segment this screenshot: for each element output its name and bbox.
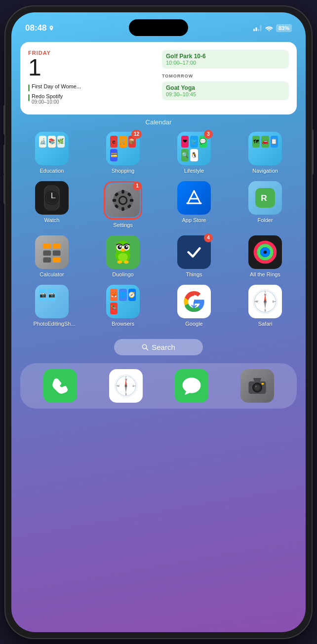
app-shopping[interactable]: e 🛒 📦 💳 12 Shopping bbox=[89, 132, 157, 174]
dock-phone[interactable] bbox=[43, 369, 77, 403]
svg-rect-14 bbox=[121, 207, 124, 210]
svg-point-40 bbox=[119, 246, 121, 247]
calendar-right: Golf Park 10-6 10:00–17:00 TOMORROW Goat… bbox=[162, 50, 289, 107]
app-appstore[interactable]: App Store bbox=[160, 181, 228, 228]
app-safari[interactable]: N S E W Safari bbox=[232, 285, 299, 327]
svg-text:W: W bbox=[256, 300, 258, 303]
search-label: Search bbox=[152, 343, 175, 351]
svg-rect-83 bbox=[261, 383, 264, 384]
app-label: PhotoEditingSh... bbox=[34, 321, 71, 327]
calendar-tomorrow-event: Goat Yoga 09:30–10:45 bbox=[162, 81, 289, 100]
svg-point-45 bbox=[124, 261, 129, 264]
app-label: App Store bbox=[182, 217, 206, 224]
svg-text:E: E bbox=[132, 385, 134, 387]
svg-rect-33 bbox=[53, 257, 61, 263]
app-lifestyle[interactable]: ❤ 🐦 💬 🔍 🐧 3 Lifestyle bbox=[160, 132, 228, 174]
svg-point-4 bbox=[269, 30, 270, 31]
rings-icon bbox=[253, 240, 277, 265]
app-label: Browsers bbox=[112, 321, 134, 327]
calendar-event-2: Redo Spotify 09:00–10:00 bbox=[28, 93, 155, 105]
svg-text:R: R bbox=[261, 193, 267, 203]
dock-safari[interactable]: N S E W bbox=[109, 369, 143, 403]
app-label: Lifestyle bbox=[184, 168, 204, 174]
svg-text:S: S bbox=[264, 308, 266, 311]
calendar-event-1: First Day of Wome... bbox=[28, 83, 155, 91]
settings-badge: 1 bbox=[133, 182, 142, 190]
svg-rect-1 bbox=[255, 27, 257, 31]
app-label: Watch bbox=[44, 217, 60, 224]
app-label: Safari bbox=[258, 321, 273, 327]
svg-line-64 bbox=[146, 348, 148, 350]
things-icon bbox=[183, 241, 205, 263]
svg-point-43 bbox=[118, 253, 128, 262]
app-duolingo[interactable]: Duolingo bbox=[89, 235, 157, 278]
google-icon bbox=[183, 291, 205, 312]
svg-point-49 bbox=[262, 249, 268, 255]
calendar-widget[interactable]: FRIDAY 1 First Day of Wome... Redo Spoti… bbox=[20, 42, 297, 114]
calculator-icon bbox=[41, 241, 63, 263]
phone-screen: 08:48 83% bbox=[11, 12, 306, 632]
svg-point-41 bbox=[126, 246, 127, 247]
svg-text:E: E bbox=[273, 300, 275, 303]
status-icons: 83% bbox=[253, 24, 292, 32]
svg-rect-13 bbox=[121, 190, 124, 193]
wifi-icon bbox=[265, 25, 273, 31]
safari-dock-icon: N S E W bbox=[114, 374, 138, 398]
svg-point-44 bbox=[117, 261, 122, 264]
search-bar[interactable]: Search bbox=[114, 339, 203, 355]
shopping-badge: 12 bbox=[131, 130, 142, 139]
app-label: Duolingo bbox=[112, 271, 133, 278]
svg-rect-31 bbox=[53, 250, 61, 256]
app-label: Settings bbox=[113, 222, 133, 228]
app-settings[interactable]: 1 Settings bbox=[89, 181, 157, 228]
app-google[interactable]: Google bbox=[160, 285, 228, 327]
svg-point-22 bbox=[120, 197, 126, 203]
app-education[interactable]: 🔬 📚 🌿 Education bbox=[18, 132, 85, 174]
app-watch[interactable]: Watch bbox=[18, 181, 85, 228]
signal-icon bbox=[253, 25, 262, 31]
widget-label: Calendar bbox=[11, 118, 306, 126]
app-navigation[interactable]: 🗺 🚗 📋 Navigation bbox=[232, 132, 299, 174]
svg-line-23 bbox=[188, 190, 194, 203]
dock-messages[interactable] bbox=[175, 369, 208, 403]
status-time: 08:48 bbox=[25, 23, 54, 33]
svg-rect-11 bbox=[47, 208, 56, 211]
battery-icon: 83% bbox=[276, 24, 292, 32]
svg-rect-15 bbox=[113, 199, 116, 202]
app-label: Navigation bbox=[252, 168, 278, 174]
app-folder[interactable]: R Folder bbox=[232, 181, 299, 228]
app-label: Calculator bbox=[40, 271, 64, 278]
svg-rect-29 bbox=[53, 243, 61, 249]
settings-gear bbox=[112, 189, 134, 212]
safari-icon: N S E W bbox=[252, 289, 278, 314]
app-photoediting[interactable]: 📷 📷 PhotoEditingSh... bbox=[18, 285, 85, 327]
dock: N S E W bbox=[20, 363, 297, 409]
svg-point-42 bbox=[121, 248, 125, 252]
svg-rect-30 bbox=[43, 250, 51, 256]
dynamic-island bbox=[129, 19, 188, 36]
svg-point-82 bbox=[255, 385, 256, 387]
svg-rect-0 bbox=[253, 29, 255, 31]
phone-frame: 08:48 83% bbox=[5, 6, 312, 638]
app-things[interactable]: 4 Things bbox=[160, 235, 228, 278]
calendar-right-event-1: Golf Park 10-6 10:00–17:00 bbox=[162, 50, 289, 69]
app-rings[interactable]: All the Rings bbox=[232, 235, 299, 278]
app-label: Education bbox=[40, 168, 64, 174]
app-label: Things bbox=[186, 271, 202, 278]
calendar-date: 1 bbox=[28, 56, 155, 79]
svg-text:W: W bbox=[117, 385, 119, 387]
things-badge: 4 bbox=[204, 233, 213, 242]
phone-icon bbox=[51, 377, 70, 395]
app-label: Shopping bbox=[112, 168, 135, 174]
calendar-day: FRIDAY bbox=[28, 50, 155, 56]
location-icon bbox=[48, 25, 54, 31]
app-grid: 🔬 📚 🌿 Education e 🛒 📦 bbox=[11, 132, 306, 328]
app-calculator[interactable]: Calculator bbox=[18, 235, 85, 278]
dock-camera[interactable] bbox=[240, 369, 274, 403]
duolingo-owl bbox=[111, 240, 135, 265]
svg-rect-32 bbox=[43, 257, 51, 263]
camera-icon bbox=[247, 376, 268, 396]
watch-svg bbox=[40, 185, 63, 211]
calendar-left: FRIDAY 1 First Day of Wome... Redo Spoti… bbox=[28, 50, 155, 107]
app-browsers[interactable]: 🦊 🌐 🧭 🦆 Browsers bbox=[89, 285, 157, 327]
